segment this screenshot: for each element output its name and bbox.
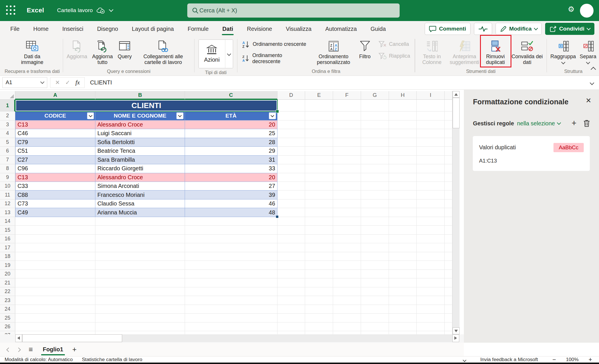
- cell[interactable]: [445, 208, 452, 217]
- cell[interactable]: [305, 156, 333, 164]
- cell[interactable]: [333, 226, 361, 234]
- cell[interactable]: [417, 208, 445, 217]
- menu-tab-disegno[interactable]: Disegno: [92, 23, 123, 35]
- cell[interactable]: [389, 100, 417, 112]
- cell[interactable]: [417, 270, 445, 278]
- cell[interactable]: [95, 322, 185, 331]
- cell[interactable]: [333, 182, 361, 191]
- cell[interactable]: [417, 287, 445, 296]
- cell[interactable]: [445, 129, 452, 138]
- cell[interactable]: [305, 112, 333, 120]
- cell[interactable]: [95, 243, 185, 252]
- cell[interactable]: [417, 191, 445, 199]
- collapse-ribbon-button[interactable]: [592, 66, 595, 73]
- cell[interactable]: [445, 217, 452, 226]
- cell[interactable]: [305, 100, 333, 112]
- next-sheet-icon[interactable]: [17, 346, 20, 353]
- remove-duplicates-button[interactable]: Rimuovi duplicati: [482, 38, 509, 66]
- cell[interactable]: [417, 129, 445, 138]
- cell[interactable]: [277, 112, 305, 120]
- cell[interactable]: [305, 270, 333, 278]
- menu-tab-revisione[interactable]: Revisione: [242, 23, 277, 35]
- cell[interactable]: [417, 226, 445, 234]
- cell[interactable]: [333, 305, 361, 314]
- cell[interactable]: [15, 305, 95, 314]
- cell[interactable]: [277, 296, 305, 305]
- cell[interactable]: [333, 199, 361, 208]
- cell[interactable]: [417, 112, 445, 120]
- cell[interactable]: [305, 322, 333, 331]
- vertical-scroll-thumb[interactable]: [453, 98, 460, 128]
- cell[interactable]: [333, 164, 361, 173]
- row-header-11[interactable]: 11: [0, 191, 15, 199]
- cell[interactable]: [389, 243, 417, 252]
- table-cell[interactable]: Beatrice Tenca: [95, 147, 185, 155]
- row-header-13[interactable]: 13: [0, 208, 15, 217]
- table-cell[interactable]: 46: [185, 199, 277, 208]
- cell[interactable]: [95, 235, 185, 243]
- cell[interactable]: [305, 129, 333, 138]
- cell[interactable]: [95, 226, 185, 234]
- column-header-e[interactable]: E: [305, 91, 333, 100]
- row-header-7[interactable]: 7: [0, 156, 15, 164]
- close-pane-icon[interactable]: ✕: [585, 97, 591, 104]
- row-header-24[interactable]: 24: [0, 305, 15, 314]
- table-cell[interactable]: C33: [15, 182, 95, 191]
- menu-tab-guida[interactable]: Guida: [366, 23, 391, 35]
- cell[interactable]: [361, 138, 389, 147]
- row-header-14[interactable]: 14: [0, 217, 15, 226]
- table-resize-handle[interactable]: [276, 216, 278, 218]
- table-cell[interactable]: 25: [185, 129, 277, 138]
- cell[interactable]: [277, 322, 305, 331]
- delete-rule-icon[interactable]: [583, 120, 590, 127]
- cell[interactable]: [361, 129, 389, 138]
- row-header-6[interactable]: 6: [0, 147, 15, 155]
- cell[interactable]: [361, 164, 389, 173]
- cell[interactable]: [361, 199, 389, 208]
- add-rule-button[interactable]: +: [572, 119, 577, 127]
- app-name[interactable]: Excel: [27, 7, 44, 14]
- cell[interactable]: [185, 235, 277, 243]
- cell[interactable]: [305, 278, 333, 287]
- cell[interactable]: [277, 208, 305, 217]
- cell[interactable]: [389, 261, 417, 269]
- cell[interactable]: [277, 138, 305, 147]
- cell[interactable]: [361, 191, 389, 199]
- cell[interactable]: [305, 226, 333, 234]
- cell[interactable]: [361, 217, 389, 226]
- row-header-12[interactable]: 12: [0, 199, 15, 208]
- cell[interactable]: [277, 191, 305, 199]
- cell[interactable]: [389, 173, 417, 182]
- cell[interactable]: [333, 120, 361, 129]
- expand-formula-bar-icon[interactable]: [590, 79, 594, 86]
- table-cell[interactable]: Alessandro Croce: [95, 173, 185, 182]
- cell[interactable]: [361, 182, 389, 191]
- cell[interactable]: [417, 120, 445, 129]
- queries-button[interactable]: Query: [116, 38, 134, 60]
- cell[interactable]: [389, 129, 417, 138]
- cell[interactable]: [445, 147, 452, 155]
- cell[interactable]: [361, 261, 389, 269]
- cell[interactable]: [305, 191, 333, 199]
- cell[interactable]: [277, 182, 305, 191]
- cell[interactable]: [389, 199, 417, 208]
- row-header-15[interactable]: 15: [0, 226, 15, 234]
- cell[interactable]: [15, 296, 95, 305]
- row-header-17[interactable]: 17: [0, 243, 15, 252]
- cell[interactable]: [361, 120, 389, 129]
- cell[interactable]: [389, 120, 417, 129]
- document-menu-chevron-icon[interactable]: [109, 7, 114, 12]
- select-all-corner[interactable]: [0, 91, 15, 100]
- table-cell[interactable]: 48: [185, 208, 277, 217]
- calc-mode-status[interactable]: Modalità di calcolo: Automatico: [0, 357, 77, 363]
- confirm-entry-icon[interactable]: ✓: [65, 79, 70, 86]
- cell[interactable]: [277, 314, 305, 322]
- cell[interactable]: [305, 199, 333, 208]
- cell[interactable]: [417, 252, 445, 261]
- cell[interactable]: [389, 156, 417, 164]
- cell[interactable]: [389, 164, 417, 173]
- table-header-cell[interactable]: NOME E COGNOME: [95, 112, 185, 120]
- cell[interactable]: [333, 278, 361, 287]
- column-header-a[interactable]: A: [15, 91, 95, 100]
- cell[interactable]: [445, 261, 452, 269]
